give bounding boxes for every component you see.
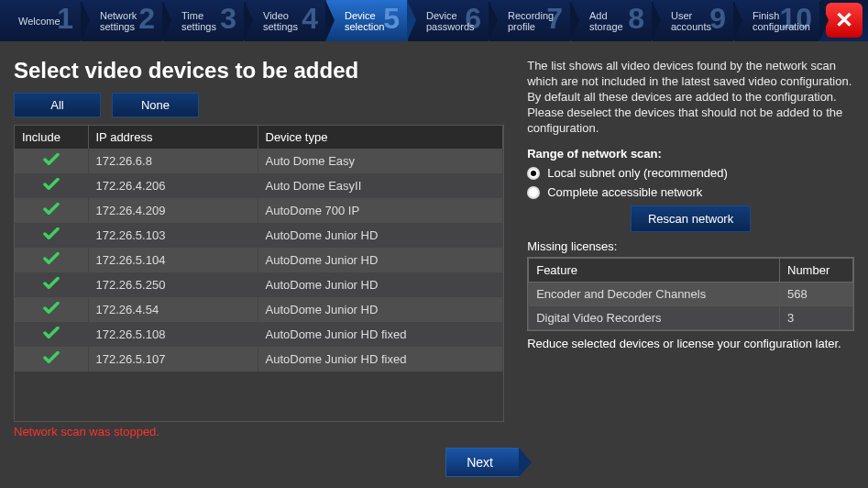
step-6[interactable]: 6Device passwords [408,0,489,41]
step-9[interactable]: 9User accounts [653,0,734,41]
cell-type: AutoDome Junior HD [258,248,503,272]
step-label: Add storage [589,10,623,32]
include-check-icon[interactable] [42,153,60,169]
include-check-icon[interactable] [42,351,60,367]
radio-icon [527,167,540,180]
step-number: 3 [220,2,236,36]
table-row[interactable]: 172.26.5.108AutoDome Junior HD fixed [15,322,503,347]
col-include[interactable]: Include [15,126,88,149]
cell-ip: 172.26.5.103 [88,223,258,248]
step-3[interactable]: 3Time settings [163,0,245,41]
step-number: 5 [383,2,400,36]
cell-type: AutoDome Junior HD [258,272,503,297]
step-10[interactable]: 10Finish configuration [734,0,820,41]
col-number: Number [780,259,853,283]
include-check-icon[interactable] [42,252,60,268]
step-label: Welcome [18,16,60,27]
table-row[interactable]: 172.26.5.250AutoDome Junior HD [15,272,503,297]
step-7[interactable]: 7Recording profile [489,0,571,41]
cell-ip: 172.26.6.8 [88,149,258,173]
cell-ip: 172.26.5.104 [88,248,258,272]
cell-number: 3 [780,306,853,330]
step-8[interactable]: 8Add storage [571,0,653,41]
licenses-note: Reduce selected devices or license your … [527,337,854,350]
cell-type: AutoDome Junior HD fixed [258,322,503,347]
step-label: Device selection [345,10,384,32]
cell-ip: 172.26.5.108 [88,322,258,347]
table-row[interactable]: 172.26.5.104AutoDome Junior HD [15,248,503,272]
cell-ip: 172.26.5.107 [88,347,258,372]
table-row: Encoder and Decoder Channels568 [529,283,853,306]
cell-type: AutoDome 700 IP [258,198,503,223]
include-check-icon[interactable] [42,277,60,293]
table-row[interactable]: 172.26.5.107AutoDome Junior HD fixed [15,347,503,372]
include-check-icon[interactable] [42,302,60,317]
radio-icon [527,186,540,199]
step-number: 9 [709,2,726,36]
step-label: Recording profile [508,10,554,32]
step-label: Network settings [100,10,137,32]
status-message: Network scan was stopped. [14,425,504,438]
page-title: Select video devices to be added [14,58,504,83]
range-title: Range of network scan: [527,147,854,161]
table-row[interactable]: 172.26.4.54AutoDome Junior HD [15,297,503,322]
table-row[interactable]: 172.26.5.103AutoDome Junior HD [15,223,503,248]
radio-label: Local subnet only (recommended) [547,166,728,180]
device-table-scroll[interactable]: Include IP address Device type 172.26.6.… [15,126,503,378]
radio-complete-network[interactable]: Complete accessible network [527,185,854,199]
col-ip[interactable]: IP address [88,126,258,149]
step-label: User accounts [671,10,711,32]
step-label: Time settings [181,10,216,32]
cell-number: 568 [780,283,853,306]
wizard-stepbar: 1Welcome2Network settings3Time settings4… [0,0,868,41]
select-all-button[interactable]: All [14,93,101,117]
info-text: The list shows all video devices found b… [527,58,854,136]
cell-type: AutoDome Junior HD [258,223,503,248]
include-check-icon[interactable] [42,178,60,194]
step-4[interactable]: 4Video settings [245,0,326,41]
select-none-button[interactable]: None [112,93,199,117]
step-number: 4 [302,2,318,36]
table-row[interactable]: 172.26.6.8Auto Dome Easy [15,149,503,173]
step-label: Device passwords [426,10,475,32]
cell-ip: 172.26.4.54 [88,297,258,322]
col-type[interactable]: Device type [258,126,503,149]
licenses-table: Feature Number Encoder and Decoder Chann… [527,257,854,331]
close-button[interactable]: ✕ [826,3,863,38]
next-button[interactable]: Next [445,448,520,477]
table-row: Digital Video Recorders3 [529,306,853,330]
cell-type: Auto Dome Easy [258,149,503,173]
step-1[interactable]: 1Welcome [0,0,82,41]
table-row[interactable]: 172.26.4.209AutoDome 700 IP [15,198,503,223]
device-table: Include IP address Device type 172.26.6.… [14,125,504,422]
radio-local-subnet[interactable]: Local subnet only (recommended) [527,166,854,180]
radio-label: Complete accessible network [547,185,702,199]
step-label: Video settings [263,10,298,32]
include-check-icon[interactable] [42,203,60,218]
cell-feature: Digital Video Recorders [529,306,780,330]
table-row[interactable]: 172.26.4.206Auto Dome EasyII [15,173,503,198]
step-number: 2 [138,2,155,36]
include-check-icon[interactable] [42,227,60,243]
step-number: 8 [628,2,644,36]
step-2[interactable]: 2Network settings [82,0,163,41]
licenses-title: Missing licenses: [527,239,854,253]
cell-type: AutoDome Junior HD fixed [258,347,503,372]
cell-type: AutoDome Junior HD [258,297,503,322]
cell-ip: 172.26.5.250 [88,272,258,297]
step-label: Finish configuration [753,10,810,32]
step-5[interactable]: 5Device selection [326,0,408,41]
include-check-icon[interactable] [42,327,60,342]
col-feature: Feature [529,259,780,283]
cell-ip: 172.26.4.209 [88,198,258,223]
rescan-button[interactable]: Rescan network [631,205,751,232]
cell-type: Auto Dome EasyII [258,173,503,198]
close-icon: ✕ [835,7,853,33]
cell-ip: 172.26.4.206 [88,173,258,198]
cell-feature: Encoder and Decoder Channels [529,283,780,306]
